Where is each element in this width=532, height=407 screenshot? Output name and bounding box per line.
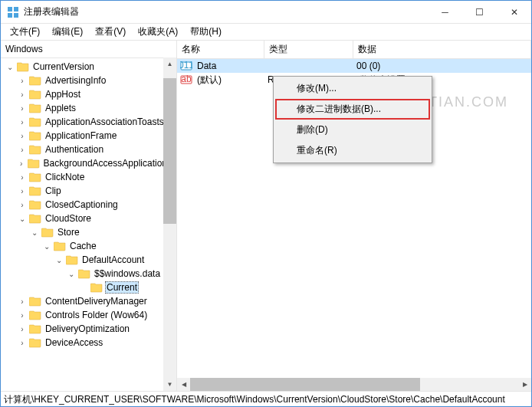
tree-item[interactable]: ›ClosedCaptioning <box>2 198 176 212</box>
tree-label[interactable]: Clip <box>44 185 63 196</box>
tree-item[interactable]: ›DeviceAccess <box>2 336 176 350</box>
scroll-up-icon[interactable]: ▲ <box>163 57 176 71</box>
twisty-icon[interactable]: ⌄ <box>54 256 64 264</box>
minimize-button[interactable]: ─ <box>428 1 462 23</box>
tree-item[interactable]: ›Clip <box>2 184 176 198</box>
list-body[interactable]: 011Data00 (0)ab(默认)REG_SZ(数值未设置)TIAN.COM… <box>177 59 531 378</box>
twisty-icon[interactable]: › <box>18 339 27 347</box>
tree-item[interactable]: ›AdvertisingInfo <box>2 74 176 87</box>
twisty-icon[interactable]: › <box>18 173 27 182</box>
folder-icon <box>29 199 41 210</box>
tree-item[interactable]: ›ContentDeliveryManager <box>2 294 176 308</box>
tree-label[interactable]: Applets <box>44 103 77 113</box>
tree-item[interactable]: ›Authentication <box>2 143 176 156</box>
tree-item[interactable]: ›DeliveryOptimization <box>2 322 176 336</box>
twisty-icon[interactable]: › <box>18 104 27 113</box>
tree-label[interactable]: ApplicationAssociationToasts <box>44 117 166 127</box>
tree-item[interactable]: ›Controls Folder (Wow64) <box>2 308 176 322</box>
twisty-icon[interactable]: › <box>18 77 27 85</box>
ctx-rename[interactable]: 重命名(R) <box>275 140 430 161</box>
tree-item[interactable]: ⌄$$windows.data <box>2 267 176 281</box>
scroll-left-icon[interactable]: ◀ <box>177 378 190 391</box>
tree-label[interactable]: Cache <box>68 241 98 251</box>
tree-label[interactable]: DefaultAccount <box>80 254 146 265</box>
svg-text:011: 011 <box>180 60 192 71</box>
twisty-icon[interactable]: › <box>18 201 27 209</box>
tree-item[interactable]: ›Applets <box>2 101 176 115</box>
tree-item[interactable]: ›ApplicationAssociationToasts <box>2 115 176 129</box>
ctx-modify[interactable]: 修改(M)... <box>275 78 430 99</box>
tree-label[interactable]: ClosedCaptioning <box>44 199 120 210</box>
folder-icon <box>29 117 41 127</box>
tree-label[interactable]: BackgroundAccessApplications <box>42 158 173 169</box>
tree-item[interactable]: ›AppHost <box>2 87 176 101</box>
tree-label[interactable]: Controls Folder (Wow64) <box>44 310 149 320</box>
twisty-icon[interactable]: › <box>18 325 27 333</box>
twisty-icon[interactable]: › <box>18 90 27 99</box>
svg-rect-2 <box>8 13 12 18</box>
tree-label[interactable]: DeviceAccess <box>44 337 104 348</box>
list-row[interactable]: 011Data00 (0) <box>177 59 531 73</box>
tree-item[interactable]: ›BackgroundAccessApplications <box>2 156 176 170</box>
tree-scrollbar-v[interactable]: ▲ ▼ <box>163 57 176 391</box>
tree-item[interactable]: ⌄DefaultAccount <box>2 253 176 267</box>
tree-item[interactable]: ⌄CloudStore <box>2 212 176 225</box>
scroll-right-icon[interactable]: ▶ <box>518 378 531 391</box>
twisty-icon[interactable]: ⌄ <box>18 215 27 223</box>
twisty-icon[interactable]: › <box>18 311 27 320</box>
menu-favorites[interactable]: 收藏夹(A) <box>132 24 184 40</box>
menu-view[interactable]: 查看(V) <box>89 24 132 40</box>
tree-label[interactable]: Current <box>105 281 139 294</box>
tree-label[interactable]: CurrentVersion <box>31 61 96 72</box>
twisty-icon[interactable]: ⌄ <box>5 63 15 71</box>
menu-file[interactable]: 文件(F) <box>4 24 46 40</box>
tree-label[interactable]: AdvertisingInfo <box>44 75 107 86</box>
scroll-down-icon[interactable]: ▼ <box>163 378 176 391</box>
tree-item[interactable]: Current <box>2 281 176 294</box>
maximize-button[interactable]: ☐ <box>462 1 497 23</box>
tree-item[interactable]: ⌄CurrentVersion <box>2 60 176 74</box>
twisty-icon[interactable]: › <box>18 297 27 306</box>
scroll-thumb[interactable] <box>163 78 176 224</box>
tree-label[interactable]: $$windows.data <box>93 268 162 279</box>
tree-item[interactable]: ⌄Store <box>2 225 176 239</box>
twisty-icon[interactable]: › <box>18 187 27 195</box>
twisty-icon[interactable]: › <box>18 118 27 126</box>
tree-label[interactable]: CloudStore <box>44 213 93 224</box>
menu-help[interactable]: 帮助(H) <box>184 24 228 40</box>
twisty-icon[interactable]: › <box>18 159 25 168</box>
tree[interactable]: ⌄CurrentVersion›AdvertisingInfo›AppHost›… <box>1 58 176 391</box>
twisty-icon[interactable]: ⌄ <box>30 228 39 237</box>
ctx-modify-binary[interactable]: 修改二进制数据(B)... <box>275 99 430 120</box>
tree-label[interactable]: Store <box>56 227 81 238</box>
tree-label[interactable]: ClickNote <box>44 172 86 182</box>
tree-label[interactable]: ApplicationFrame <box>44 130 118 141</box>
tree-label[interactable]: DeliveryOptimization <box>44 323 131 334</box>
svg-rect-1 <box>14 7 18 11</box>
twisty-icon[interactable]: › <box>18 146 27 154</box>
tree-header[interactable]: Windows <box>1 41 176 58</box>
twisty-icon[interactable]: ⌄ <box>42 242 51 251</box>
list-scrollbar-h[interactable]: ◀ ▶ <box>177 378 531 391</box>
twisty-icon[interactable]: ⌄ <box>67 270 76 278</box>
tree-label[interactable]: AppHost <box>44 89 82 100</box>
col-name[interactable]: 名称 <box>177 41 264 58</box>
scroll-thumb-h[interactable] <box>190 378 420 391</box>
folder-icon <box>28 158 40 169</box>
twisty-icon[interactable]: › <box>18 132 27 140</box>
menu-edit[interactable]: 编辑(E) <box>46 24 89 40</box>
ctx-delete[interactable]: 删除(D) <box>275 120 430 140</box>
col-type[interactable]: 类型 <box>264 41 353 58</box>
folder-icon <box>78 268 90 279</box>
col-data[interactable]: 数据 <box>353 41 531 58</box>
cell-name: (默认) <box>192 74 263 87</box>
svg-text:ab: ab <box>181 74 192 84</box>
tree-item[interactable]: ⌄Cache <box>2 239 176 253</box>
close-button[interactable]: ✕ <box>497 1 531 23</box>
tree-item[interactable]: ›ClickNote <box>2 170 176 184</box>
svg-rect-3 <box>14 13 18 18</box>
tree-item[interactable]: ›ApplicationFrame <box>2 129 176 143</box>
tree-label[interactable]: Authentication <box>44 144 105 155</box>
cell-name: Data <box>192 61 263 71</box>
tree-label[interactable]: ContentDeliveryManager <box>44 296 149 307</box>
